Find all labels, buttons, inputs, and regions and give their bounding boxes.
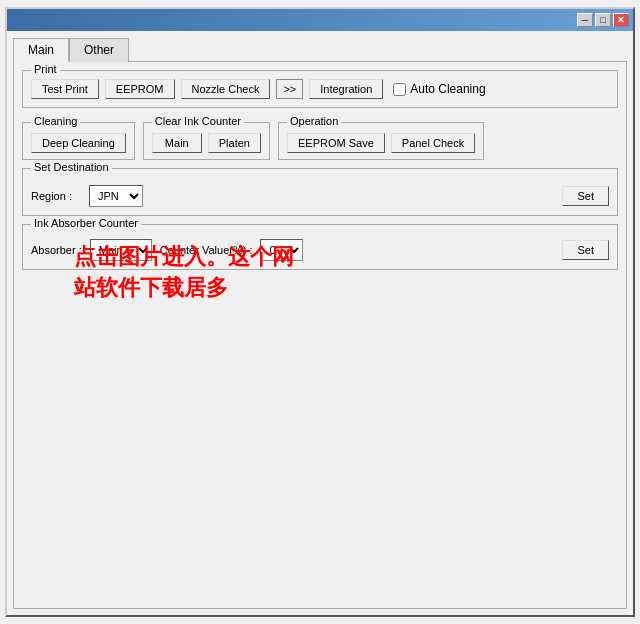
region-select[interactable]: JPN USA EUR bbox=[89, 185, 143, 207]
middle-sections: Cleaning Deep Cleaning Clear Ink Counter… bbox=[22, 116, 618, 160]
main-window: ─ □ ✕ Main Other Print Test Print EEPROM… bbox=[5, 7, 635, 617]
set-destination-section: Set Destination Region : JPN USA EUR Set bbox=[22, 168, 618, 216]
auto-cleaning-label: Auto Cleaning bbox=[410, 82, 485, 96]
region-label: Region : bbox=[31, 190, 81, 202]
print-section: Print Test Print EEPROM Nozzle Check >> … bbox=[22, 70, 618, 108]
set-absorber-button[interactable]: Set bbox=[562, 240, 609, 260]
title-bar-buttons: ─ □ ✕ bbox=[577, 13, 629, 27]
operation-section-title: Operation bbox=[287, 115, 341, 127]
absorber-select[interactable]: Main Platen bbox=[90, 239, 152, 261]
window-content: Main Other Print Test Print EEPROM Nozzl… bbox=[7, 31, 633, 615]
eeprom-button[interactable]: EEPROM bbox=[105, 79, 175, 99]
clear-ink-counter-title: Clear Ink Counter bbox=[152, 115, 244, 127]
operation-section: Operation EEPROM Save Panel Check bbox=[278, 122, 484, 160]
operation-buttons: EEPROM Save Panel Check bbox=[287, 133, 475, 153]
tab-other[interactable]: Other bbox=[69, 38, 129, 62]
auto-cleaning-checkbox-row: Auto Cleaning bbox=[393, 82, 485, 96]
clear-ink-main-button[interactable]: Main bbox=[152, 133, 202, 153]
auto-cleaning-checkbox[interactable] bbox=[393, 83, 406, 96]
absorber-label: Absorber : bbox=[31, 244, 82, 256]
print-section-title: Print bbox=[31, 63, 60, 75]
cleaning-section-title: Cleaning bbox=[31, 115, 80, 127]
title-bar: ─ □ ✕ bbox=[7, 9, 633, 31]
ink-absorber-section: Ink Absorber Counter Absorber : Main Pla… bbox=[22, 224, 618, 270]
arrow-button[interactable]: >> bbox=[276, 79, 303, 99]
watermark-line2: 站软件下载居多 bbox=[74, 273, 294, 304]
cleaning-buttons: Deep Cleaning bbox=[31, 133, 126, 153]
close-button[interactable]: ✕ bbox=[613, 13, 629, 27]
test-print-button[interactable]: Test Print bbox=[31, 79, 99, 99]
nozzle-check-button[interactable]: Nozzle Check bbox=[181, 79, 271, 99]
clear-ink-counter-section: Clear Ink Counter Main Platen bbox=[143, 122, 270, 160]
print-buttons-row: Test Print EEPROM Nozzle Check >> Integr… bbox=[31, 79, 609, 99]
cleaning-section: Cleaning Deep Cleaning bbox=[22, 122, 135, 160]
tab-main[interactable]: Main bbox=[13, 38, 69, 62]
destination-row: Region : JPN USA EUR Set bbox=[31, 185, 609, 207]
counter-value-label: Counter Value(%) : bbox=[160, 244, 253, 256]
counter-value-select[interactable]: 0 10 20 bbox=[260, 239, 303, 261]
set-destination-title: Set Destination bbox=[31, 161, 112, 173]
clear-ink-buttons: Main Platen bbox=[152, 133, 261, 153]
panel-check-button[interactable]: Panel Check bbox=[391, 133, 475, 153]
deep-cleaning-button[interactable]: Deep Cleaning bbox=[31, 133, 126, 153]
clear-ink-platen-button[interactable]: Platen bbox=[208, 133, 261, 153]
ink-absorber-title: Ink Absorber Counter bbox=[31, 217, 141, 229]
minimize-button[interactable]: ─ bbox=[577, 13, 593, 27]
integration-button[interactable]: Integration bbox=[309, 79, 383, 99]
maximize-button[interactable]: □ bbox=[595, 13, 611, 27]
set-destination-button[interactable]: Set bbox=[562, 186, 609, 206]
eeprom-save-button[interactable]: EEPROM Save bbox=[287, 133, 385, 153]
tab-bar: Main Other bbox=[13, 37, 627, 62]
absorber-row: Absorber : Main Platen Counter Value(%) … bbox=[31, 239, 609, 261]
tab-content-main: Print Test Print EEPROM Nozzle Check >> … bbox=[13, 62, 627, 609]
